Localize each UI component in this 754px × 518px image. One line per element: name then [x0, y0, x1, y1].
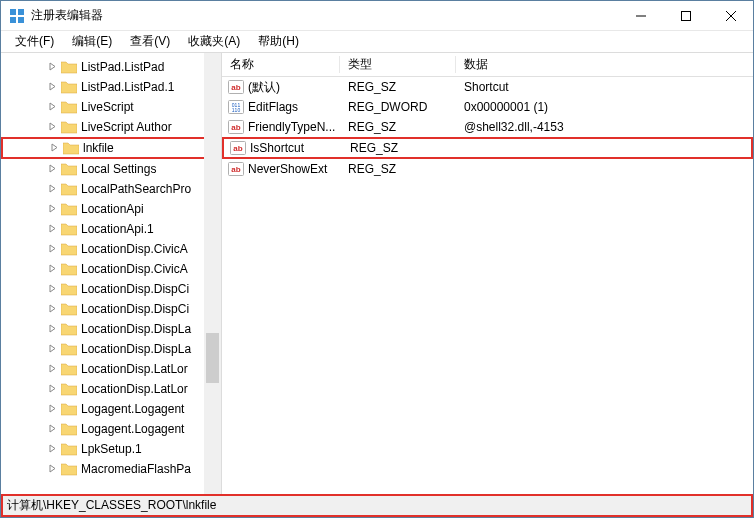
tree-item-label: LiveScript Author: [81, 120, 172, 134]
tree-item[interactable]: LocationDisp.DispLa: [1, 339, 221, 359]
tree-item-label: LocationDisp.LatLor: [81, 362, 188, 376]
value-row[interactable]: 011110EditFlagsREG_DWORD0x00000001 (1): [222, 97, 753, 117]
grid-header: 名称 类型 数据: [222, 53, 753, 77]
folder-icon: [61, 462, 77, 476]
tree-item-label: Local Settings: [81, 162, 156, 176]
tree-expand-icon[interactable]: [45, 284, 59, 295]
svg-text:ab: ab: [231, 165, 240, 174]
tree-item[interactable]: LocationDisp.LatLor: [1, 359, 221, 379]
folder-icon: [61, 382, 77, 396]
tree-expand-icon[interactable]: [45, 464, 59, 475]
value-name-cell: 011110EditFlags: [222, 99, 340, 115]
tree-expand-icon[interactable]: [45, 404, 59, 415]
tree-expand-icon[interactable]: [45, 444, 59, 455]
tree-expand-icon[interactable]: [45, 344, 59, 355]
value-row[interactable]: ab(默认)REG_SZShortcut: [222, 77, 753, 97]
menu-file[interactable]: 文件(F): [7, 31, 62, 52]
window-controls: [618, 1, 753, 30]
menu-help[interactable]: 帮助(H): [250, 31, 307, 52]
tree-expand-icon[interactable]: [45, 304, 59, 315]
tree-expand-icon[interactable]: [45, 164, 59, 175]
column-header-type[interactable]: 类型: [340, 56, 456, 73]
column-header-data[interactable]: 数据: [456, 56, 753, 73]
window-title: 注册表编辑器: [31, 7, 618, 24]
string-icon: ab: [230, 140, 246, 156]
grid-pane: 名称 类型 数据 ab(默认)REG_SZShortcut011110EditF…: [222, 53, 753, 494]
tree-item-label: LiveScript: [81, 100, 134, 114]
tree-expand-icon[interactable]: [45, 122, 59, 133]
folder-icon: [61, 242, 77, 256]
value-type-cell: REG_SZ: [342, 141, 458, 155]
tree-item[interactable]: LocalPathSearchPro: [1, 179, 221, 199]
tree-item[interactable]: ListPad.ListPad.1: [1, 77, 221, 97]
tree-item-label: ListPad.ListPad: [81, 60, 164, 74]
tree-expand-icon[interactable]: [45, 424, 59, 435]
tree-expand-icon[interactable]: [45, 102, 59, 113]
tree-item[interactable]: LocationDisp.DispCi: [1, 279, 221, 299]
folder-icon: [61, 80, 77, 94]
menu-view[interactable]: 查看(V): [122, 31, 178, 52]
minimize-button[interactable]: [618, 1, 663, 30]
tree-expand-icon[interactable]: [45, 244, 59, 255]
tree-item[interactable]: LocationDisp.DispLa: [1, 319, 221, 339]
tree-item-label: LocationDisp.DispCi: [81, 282, 189, 296]
tree-expand-icon[interactable]: [45, 384, 59, 395]
tree-item-label: LpkSetup.1: [81, 442, 142, 456]
tree-item[interactable]: MacromediaFlashPa: [1, 459, 221, 479]
tree-item[interactable]: LocationDisp.CivicA: [1, 259, 221, 279]
folder-icon: [61, 262, 77, 276]
value-row[interactable]: abNeverShowExtREG_SZ: [222, 159, 753, 179]
tree-item[interactable]: LocationApi.1: [1, 219, 221, 239]
tree-scrollbar[interactable]: [204, 53, 221, 494]
tree-expand-icon[interactable]: [45, 224, 59, 235]
tree-item[interactable]: LiveScript: [1, 97, 221, 117]
close-button[interactable]: [708, 1, 753, 30]
tree-pane[interactable]: ListPad.ListPadListPad.ListPad.1LiveScri…: [1, 53, 222, 494]
tree-item-label: LocationDisp.DispCi: [81, 302, 189, 316]
scrollbar-thumb[interactable]: [206, 333, 219, 383]
tree-item-label: MacromediaFlashPa: [81, 462, 191, 476]
tree-item[interactable]: LocationApi: [1, 199, 221, 219]
folder-icon: [61, 60, 77, 74]
tree-expand-icon[interactable]: [45, 364, 59, 375]
svg-text:110: 110: [232, 107, 241, 113]
tree-item[interactable]: LocationDisp.CivicA: [1, 239, 221, 259]
value-name-label: FriendlyTypeN...: [248, 120, 335, 134]
tree-item[interactable]: Local Settings: [1, 159, 221, 179]
svg-rect-1: [18, 9, 24, 15]
value-data-cell: Shortcut: [456, 80, 753, 94]
menu-favorites[interactable]: 收藏夹(A): [180, 31, 248, 52]
tree-expand-icon[interactable]: [45, 204, 59, 215]
folder-icon: [61, 322, 77, 336]
title-bar: 注册表编辑器: [1, 1, 753, 31]
tree-expand-icon[interactable]: [45, 62, 59, 73]
column-header-name[interactable]: 名称: [222, 56, 340, 73]
value-type-cell: REG_SZ: [340, 120, 456, 134]
tree-expand-icon[interactable]: [45, 82, 59, 93]
tree-expand-icon[interactable]: [45, 184, 59, 195]
tree-expand-icon[interactable]: [45, 264, 59, 275]
value-row-selected[interactable]: abIsShortcutREG_SZ: [222, 137, 753, 159]
tree-item[interactable]: ListPad.ListPad: [1, 57, 221, 77]
menu-edit[interactable]: 编辑(E): [64, 31, 120, 52]
value-row[interactable]: abFriendlyTypeN...REG_SZ@shell32.dll,-41…: [222, 117, 753, 137]
tree-item[interactable]: LiveScript Author: [1, 117, 221, 137]
tree-item[interactable]: Logagent.Logagent: [1, 419, 221, 439]
grid-body[interactable]: ab(默认)REG_SZShortcut011110EditFlagsREG_D…: [222, 77, 753, 494]
dword-icon: 011110: [228, 99, 244, 115]
folder-icon: [61, 162, 77, 176]
folder-icon: [61, 302, 77, 316]
tree-item[interactable]: LocationDisp.DispCi: [1, 299, 221, 319]
folder-icon: [61, 100, 77, 114]
tree-item[interactable]: LocationDisp.LatLor: [1, 379, 221, 399]
maximize-button[interactable]: [663, 1, 708, 30]
tree-item[interactable]: Logagent.Logagent: [1, 399, 221, 419]
tree-expand-icon[interactable]: [45, 324, 59, 335]
tree-item-selected[interactable]: lnkfile: [1, 137, 221, 159]
value-data-cell: @shell32.dll,-4153: [456, 120, 753, 134]
tree-item[interactable]: LpkSetup.1: [1, 439, 221, 459]
status-bar: 计算机\HKEY_CLASSES_ROOT\lnkfile: [1, 494, 753, 517]
svg-rect-2: [10, 17, 16, 23]
tree-expand-icon[interactable]: [47, 143, 61, 154]
tree-list: ListPad.ListPadListPad.ListPad.1LiveScri…: [1, 57, 221, 479]
